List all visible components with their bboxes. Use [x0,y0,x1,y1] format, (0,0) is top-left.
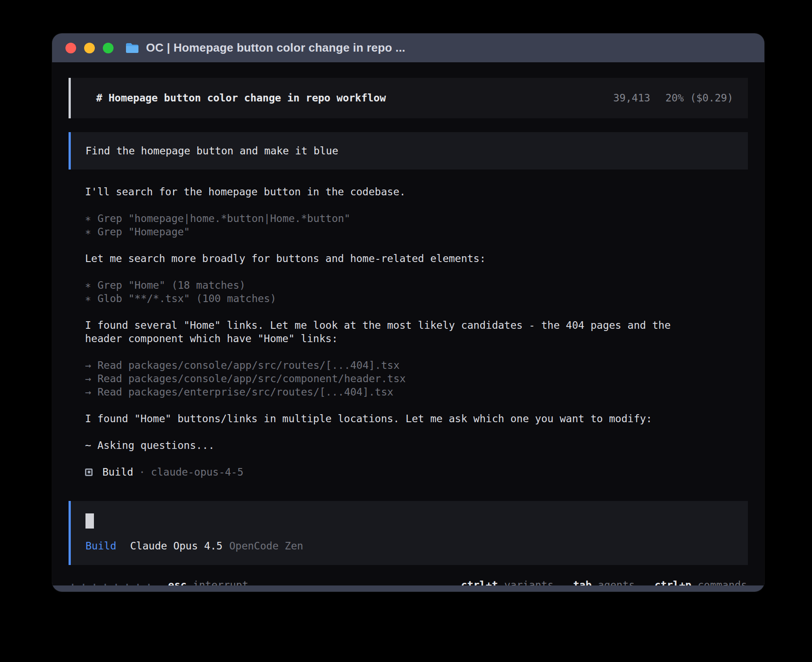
user-message-text: Find the homepage button and make it blu… [85,145,338,157]
session-header: # Homepage button color change in repo w… [69,78,748,118]
tool-call-grep: ∗ Grep "Home" (18 matches) [85,279,695,292]
tool-call-text: Read packages/enterprise/src/routes/[...… [97,385,394,399]
arrow-right-icon: → [85,372,97,385]
asterisk-icon: ∗ [85,212,97,225]
tool-call-group: ∗ Grep "homepage|home.*button|Home.*butt… [85,212,695,238]
shortcut-key: ctrl+p [654,578,691,585]
shortcut-interrupt[interactable]: esc interrupt [168,578,248,585]
asterisk-icon: ∗ [85,225,97,238]
tool-call-read: → Read packages/console/app/src/routes/[… [85,359,695,372]
tool-call-text: Grep "Homepage" [97,225,190,238]
close-button[interactable] [65,43,76,53]
shortcut-label: commands [698,578,747,585]
minimize-button[interactable] [84,43,95,53]
shortcut-label: interrupt [193,578,248,585]
title-group: OC | Homepage button color change in rep… [125,41,406,55]
agent-name: Build [102,465,133,479]
shortcut-key: ctrl+t [461,578,498,585]
status-bar-right: ctrl+t variants tab agents ctrl+p comman… [461,578,747,585]
desktop-background: OC | Homepage button color change in rep… [0,0,812,662]
traffic-lights [65,43,114,53]
assistant-paragraph: I'll search for the homepage button in t… [85,185,695,198]
tool-call-group: ∗ Grep "Home" (18 matches) ∗ Glob "**/*.… [85,279,695,305]
shortcut-commands[interactable]: ctrl+p commands [654,578,747,585]
shortcut-label: agents [598,578,635,585]
zoom-button[interactable] [103,43,114,53]
model-name[interactable]: Claude Opus 4.5 [130,540,223,552]
model-provider: OpenCode Zen [229,540,303,552]
agent-model: claude-opus-4-5 [151,465,244,479]
folder-icon [125,42,139,54]
arrow-right-icon: → [85,385,97,399]
tool-call-read: → Read packages/console/app/src/componen… [85,372,695,385]
tool-call-grep: ∗ Grep "homepage|home.*button|Home.*butt… [85,212,695,225]
tool-call-text: Glob "**/*.tsx" (100 matches) [97,292,276,305]
tool-call-glob: ∗ Glob "**/*.tsx" (100 matches) [85,292,695,305]
terminal-window: OC | Homepage button color change in rep… [52,33,764,592]
shortcut-key: esc [168,578,187,585]
assistant-paragraph: Let me search more broadly for buttons a… [85,252,695,265]
square-dot-icon [85,468,93,476]
assistant-paragraph: I found several "Home" links. Let me loo… [85,319,695,345]
asking-questions-status: ~ Asking questions... [85,439,695,452]
asterisk-icon: ∗ [85,292,97,305]
model-selector-line: Build Claude Opus 4.5 OpenCode Zen [85,540,733,552]
session-title: # Homepage button color change in repo w… [96,91,386,105]
assistant-transcript: I'll search for the homepage button in t… [85,185,695,479]
context-usage: 20% ($0.29) [666,91,733,105]
asterisk-icon: ∗ [85,279,97,292]
session-stats: 39,413 20% ($0.29) [613,91,733,105]
tool-call-text: Read packages/console/app/src/routes/[..… [97,359,400,372]
text-cursor [85,513,94,529]
window-title: OC | Homepage button color change in rep… [146,41,406,55]
arrow-right-icon: → [85,359,97,372]
prompt-input[interactable]: Build Claude Opus 4.5 OpenCode Zen [69,501,748,565]
shortcut-agents[interactable]: tab agents [573,578,635,585]
terminal-content: # Homepage button color change in repo w… [52,62,764,585]
token-count: 39,413 [613,91,650,105]
user-message: Find the homepage button and make it blu… [69,132,748,170]
window-bottom-edge [52,585,764,592]
agent-status-line: Build · claude-opus-4-5 [85,465,695,479]
tool-call-grep: ∗ Grep "Homepage" [85,225,695,238]
titlebar: OC | Homepage button color change in rep… [52,33,764,62]
shortcut-label: variants [504,578,554,585]
loading-dots-icon: ········ [69,578,157,585]
shortcut-variants[interactable]: ctrl+t variants [461,578,554,585]
shortcut-key: tab [573,578,592,585]
tool-call-text: Grep "homepage|home.*button|Home.*button… [97,212,350,225]
status-bar: ········ esc interrupt ctrl+t variants t… [69,578,748,585]
mode-selector[interactable]: Build [85,540,116,552]
assistant-paragraph: I found "Home" buttons/links in multiple… [85,412,695,425]
dot-separator: · [139,465,145,479]
tool-call-group: → Read packages/console/app/src/routes/[… [85,359,695,399]
tool-call-text: Read packages/console/app/src/component/… [97,372,406,385]
tool-call-text: Grep "Home" (18 matches) [97,279,245,292]
tool-call-read: → Read packages/enterprise/src/routes/[.… [85,385,695,399]
status-bar-left: ········ esc interrupt [69,578,248,585]
